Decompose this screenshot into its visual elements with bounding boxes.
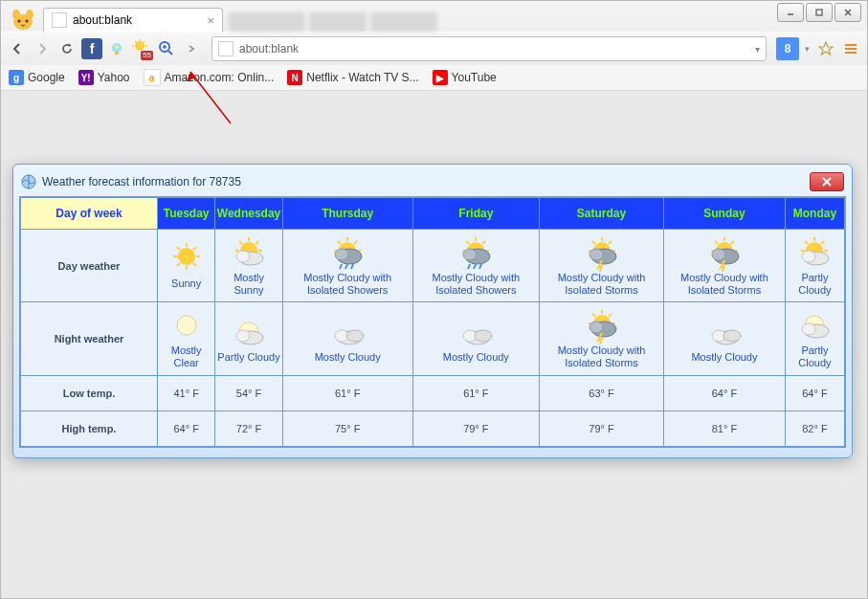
yahoo-icon: Y! bbox=[78, 70, 94, 85]
globe-icon bbox=[21, 174, 36, 189]
temp-cell: 64° F bbox=[786, 376, 844, 410]
hamburger-menu-icon[interactable] bbox=[840, 38, 861, 59]
bookmark-label: Netflix - Watch TV S... bbox=[306, 71, 418, 84]
svg-point-60 bbox=[335, 249, 348, 260]
weather-icon bbox=[167, 308, 206, 343]
svg-line-77 bbox=[479, 264, 481, 269]
svg-line-17 bbox=[144, 41, 145, 43]
weather-cell: Mostly Cloudy bbox=[283, 302, 412, 374]
temp-cell: 64° F bbox=[664, 376, 785, 410]
svg-point-30 bbox=[178, 248, 195, 265]
svg-line-62 bbox=[345, 264, 347, 269]
minimize-button[interactable] bbox=[777, 3, 804, 22]
svg-point-7 bbox=[17, 19, 20, 22]
bookmark-youtube[interactable]: ▶YouTube bbox=[433, 70, 497, 85]
weather-caption: Partly Cloudy bbox=[788, 272, 842, 296]
weather-cell: Mostly Cloudy bbox=[664, 302, 785, 374]
weather-icon bbox=[328, 235, 367, 270]
address-bar[interactable]: about:blank ▾ bbox=[211, 36, 767, 61]
svg-point-131 bbox=[590, 322, 603, 333]
dialog-titlebar: Weather forecast information for 78735 bbox=[19, 169, 846, 196]
table-row: Day weatherSunnyMostly SunnyMostly Cloud… bbox=[21, 230, 844, 301]
tab-close-icon[interactable]: × bbox=[207, 13, 214, 28]
svg-point-11 bbox=[115, 45, 119, 49]
window-close-button[interactable] bbox=[835, 3, 861, 22]
google-search-button[interactable]: 8 bbox=[776, 37, 799, 60]
svg-point-6 bbox=[26, 10, 33, 19]
temp-cell: 79° F bbox=[413, 411, 539, 446]
weather-cell: Mostly Cloudy with Isolated Storms bbox=[664, 230, 785, 301]
svg-point-117 bbox=[346, 330, 364, 342]
weather-cell: Sunny bbox=[158, 230, 214, 301]
bookmark-amazon[interactable]: aAmazon.com: Onlin... bbox=[144, 69, 275, 86]
bookmark-yahoo[interactable]: Y!Yahoo bbox=[78, 70, 130, 85]
temp-cell: 61° F bbox=[283, 376, 412, 410]
svg-rect-10 bbox=[115, 52, 119, 55]
temp-cell: 72° F bbox=[215, 411, 281, 446]
weather-caption: Sunny bbox=[160, 277, 212, 290]
weather-icon bbox=[230, 315, 268, 349]
weather-caption: Mostly Cloudy with Isolated Showers bbox=[415, 272, 537, 296]
maximize-button[interactable] bbox=[806, 3, 833, 22]
weather-caption: Mostly Clear bbox=[160, 344, 212, 368]
dialog-close-button[interactable] bbox=[810, 172, 844, 191]
svg-point-110 bbox=[802, 251, 815, 262]
svg-line-106 bbox=[821, 241, 824, 244]
back-button[interactable] bbox=[7, 38, 28, 59]
weather-badge: 55 bbox=[141, 51, 153, 60]
weather-icon bbox=[795, 235, 834, 270]
dialog-title: Weather forecast information for 78735 bbox=[42, 175, 241, 189]
temp-cell: 82° F bbox=[786, 411, 844, 446]
temp-cell: 64° F bbox=[158, 411, 214, 446]
bookmark-label: YouTube bbox=[452, 71, 497, 84]
svg-point-88 bbox=[590, 249, 603, 260]
weather-caption: Mostly Cloudy with Isolated Storms bbox=[542, 344, 661, 368]
weather-caption: Mostly Cloudy bbox=[415, 351, 537, 364]
weather-icon bbox=[328, 315, 367, 349]
temp-cell: 63° F bbox=[540, 376, 663, 410]
address-page-icon bbox=[218, 41, 234, 56]
page-favicon-icon bbox=[52, 12, 67, 28]
weather-table: Day of week Tuesday Wednesday Thursday F… bbox=[19, 196, 846, 448]
reload-button[interactable] bbox=[56, 38, 78, 59]
profile-avatar-icon[interactable] bbox=[9, 9, 37, 32]
bookmark-star-icon[interactable] bbox=[815, 38, 836, 59]
table-header-row: Day of week Tuesday Wednesday Thursday F… bbox=[21, 198, 844, 229]
overflow-chevron-icon[interactable] bbox=[181, 38, 202, 59]
weather-cell: Partly Cloudy bbox=[215, 302, 281, 374]
svg-line-55 bbox=[338, 241, 341, 244]
weather-icon bbox=[795, 308, 834, 343]
address-dropdown-icon[interactable]: ▾ bbox=[755, 44, 760, 55]
zoom-extension-icon[interactable] bbox=[156, 38, 177, 59]
svg-line-76 bbox=[474, 264, 476, 269]
svg-point-137 bbox=[802, 323, 815, 335]
temp-cell: 81° F bbox=[664, 411, 785, 446]
search-dropdown-icon[interactable]: ▾ bbox=[805, 44, 810, 54]
svg-line-44 bbox=[239, 241, 242, 244]
forward-button[interactable] bbox=[32, 38, 53, 59]
weather-extension-icon[interactable]: 55 bbox=[131, 38, 152, 59]
weather-cell: Mostly Cloudy with Isolated Storms bbox=[540, 302, 663, 374]
weather-caption: Partly Cloudy bbox=[788, 344, 842, 368]
temp-cell: 75° F bbox=[283, 411, 412, 446]
svg-point-49 bbox=[236, 251, 250, 262]
svg-line-84 bbox=[609, 241, 612, 244]
svg-line-45 bbox=[256, 241, 258, 244]
svg-line-37 bbox=[177, 263, 180, 266]
window-controls bbox=[777, 3, 861, 22]
weather-caption: Partly Cloudy bbox=[217, 351, 279, 364]
bulb-extension-icon[interactable] bbox=[106, 38, 127, 59]
browser-window: about:blank × f 55 about:blank ▾ 8 ▾ gGo… bbox=[0, 0, 868, 599]
weather-cell: Mostly Cloudy with Isolated Storms bbox=[540, 230, 663, 301]
bookmark-netflix[interactable]: NNetflix - Watch TV S... bbox=[287, 70, 418, 85]
weather-cell: Partly Cloudy bbox=[786, 230, 844, 301]
facebook-extension-icon[interactable]: f bbox=[81, 38, 102, 59]
temp-cell: 41° F bbox=[158, 376, 214, 410]
svg-line-56 bbox=[354, 241, 357, 244]
table-row: Low temp.41° F54° F61° F61° F63° F64° F6… bbox=[21, 376, 844, 410]
svg-line-126 bbox=[592, 314, 595, 317]
bookmark-google[interactable]: gGoogle bbox=[9, 70, 65, 85]
weather-caption: Mostly Cloudy with Isolated Storms bbox=[542, 272, 661, 296]
svg-line-36 bbox=[193, 247, 196, 250]
tab-active[interactable]: about:blank × bbox=[43, 8, 223, 32]
